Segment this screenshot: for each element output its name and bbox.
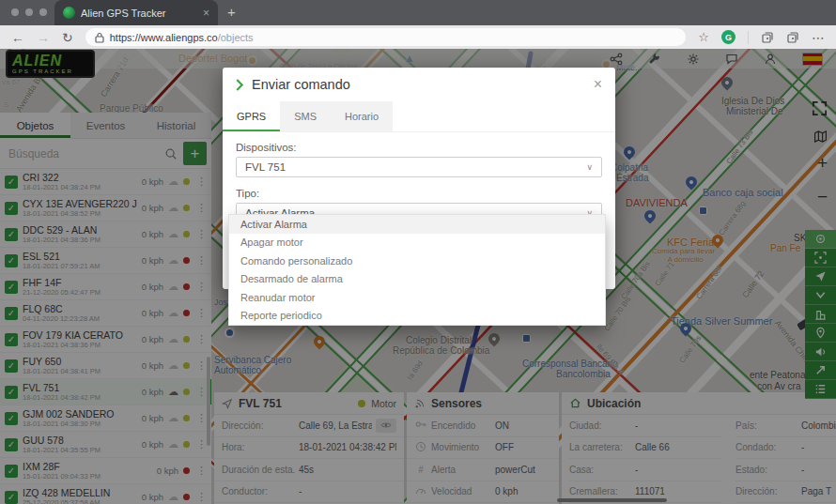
dropdown-option[interactable]: Comando personalizado [229,252,605,270]
extension-icon[interactable]: G [721,30,735,44]
browser-actions: ☆ G ⋯ [698,30,825,44]
modal-tab[interactable]: Horario [331,101,393,131]
tab-title: Alien GPS Tracker [81,8,197,19]
divider [748,31,749,44]
tab-close-icon[interactable]: × [203,7,209,20]
dropdown-option[interactable]: Apagar motor [229,234,605,252]
chevron-down-icon: ∨ [586,162,593,172]
type-label: Tipo: [236,188,602,199]
refresh-button[interactable]: ↻ [62,31,73,44]
close-icon[interactable]: × [594,77,602,92]
modal-tab[interactable]: GPRS [223,101,280,131]
dropdown-option[interactable]: Desarmado de alarma [229,270,605,289]
bookmark-star-icon[interactable]: ☆ [698,31,709,43]
lock-icon [95,32,104,43]
browser-toolbar: ← → ↻ https://www.aliengps.co/objects ☆ … [0,25,836,49]
modal-tab[interactable]: SMS [280,101,331,131]
app-favicon [63,7,75,19]
modal-title: Enviar comando [252,77,586,92]
modal-tabs: GPRSSMSHorario [223,101,615,132]
devices-label: Dispositivos: [236,142,602,153]
collections-icon[interactable] [761,31,774,44]
address-bar[interactable]: https://www.aliengps.co/objects [85,28,687,46]
back-button[interactable]: ← [11,31,24,44]
chevron-right-icon [236,79,244,91]
url-path: /objects [218,32,254,43]
dropdown-option[interactable]: Reanudar motor [229,288,605,307]
type-options-dropdown: Activar AlarmaApagar motorComando person… [228,214,606,326]
browser-tab[interactable]: Alien GPS Tracker × [54,0,218,25]
dropdown-option[interactable]: Activar Alarma [229,215,605,234]
url-text: https://www.aliengps.co/objects [110,32,254,43]
url-domain: https://www.aliengps.co [110,32,218,43]
browser-menu-icon[interactable]: ⋯ [812,31,825,44]
new-tab-button[interactable]: + [227,4,236,20]
tab-actions-icon[interactable] [786,31,799,44]
window-controls[interactable] [11,8,47,16]
forward-button[interactable]: → [37,31,50,44]
browser-tab-bar: Alien GPS Tracker × + [0,0,836,25]
devices-select[interactable]: FVL 751 ∨ [236,157,602,177]
dropdown-option[interactable]: Reporte periodico [229,307,605,326]
